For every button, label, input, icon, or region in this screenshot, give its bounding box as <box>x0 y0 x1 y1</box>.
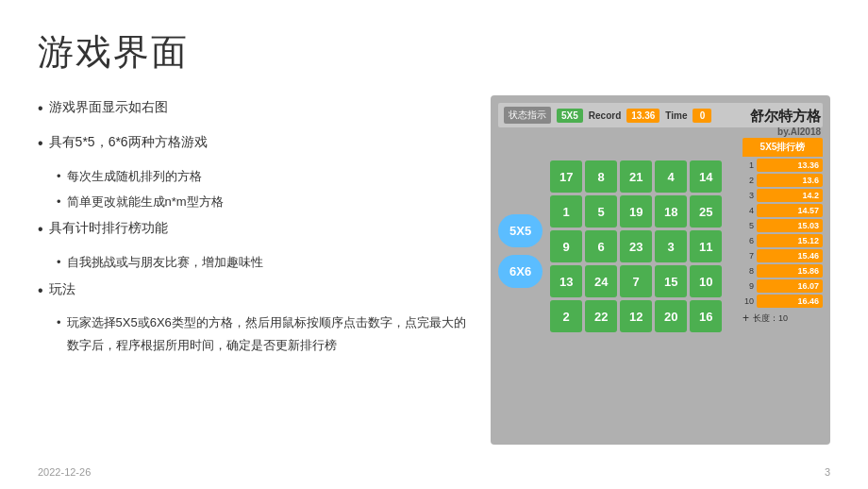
bullet-3: • 具有计时排行榜功能 <box>38 216 472 244</box>
lb-value-7: 15.86 <box>757 264 823 278</box>
grid-cell-0-1[interactable]: 8 <box>585 160 617 193</box>
lb-rank-0: 1 <box>743 160 754 170</box>
sub-bullets-2: • 每次生成随机排列的方格 • 简单更改就能生成n*m型方格 <box>57 165 472 213</box>
grid-cell-1-4[interactable]: 25 <box>690 195 722 228</box>
grid-cell-1-2[interactable]: 19 <box>620 195 652 228</box>
lb-value-6: 15.46 <box>757 249 823 262</box>
grid-cell-3-0[interactable]: 13 <box>550 265 582 297</box>
time-label: Time <box>665 110 687 121</box>
status-label: 状态指示 <box>504 107 551 124</box>
lb-value-3: 14.57 <box>757 204 823 217</box>
slide-title: 游戏界面 <box>38 28 830 76</box>
lb-rank-2: 3 <box>743 191 754 200</box>
bullet-dot-2: • <box>38 130 43 158</box>
grid-cell-1-0[interactable]: 1 <box>550 195 582 228</box>
sub-dot-2-1: • <box>57 165 61 187</box>
grid-cell-4-0[interactable]: 2 <box>550 300 582 332</box>
lb-rank-8: 9 <box>743 281 754 291</box>
sub-bullet-3-1: • 自我挑战或与朋友比赛，增加趣味性 <box>57 251 472 273</box>
grid-row-1: 15191825 <box>550 195 722 228</box>
plus-icon: + <box>743 312 749 325</box>
slide-footer: 2022-12-26 3 <box>38 466 830 478</box>
game-subtitle: by.AI2018 <box>750 126 821 138</box>
lb-value-0: 13.36 <box>757 159 823 172</box>
grid-cell-2-0[interactable]: 9 <box>550 230 582 262</box>
game-panel: 状态指示 5X5 Record 13.36 Time 0 舒尔特方格 by.AI… <box>491 95 830 445</box>
footer-page: 3 <box>825 466 830 478</box>
bullet-dot-4: • <box>38 278 43 305</box>
lb-row-0: 113.36 <box>743 159 823 172</box>
grid-cell-0-0[interactable]: 17 <box>550 160 582 193</box>
bullet-dot-1: • <box>38 95 43 123</box>
grid-cell-3-3[interactable]: 15 <box>655 265 687 297</box>
grid-cell-2-1[interactable]: 6 <box>585 230 617 262</box>
mode-6x6-button[interactable]: 6X6 <box>498 255 542 288</box>
lb-rank-1: 2 <box>743 176 754 185</box>
mode-buttons: 5X5 6X6 <box>498 160 542 332</box>
lb-value-8: 16.07 <box>757 279 823 293</box>
bullet-2: • 具有5*5，6*6两种方格游戏 <box>38 130 472 158</box>
record-value: 13.36 <box>626 109 659 123</box>
bullet-1: • 游戏界面显示如右图 <box>38 95 472 123</box>
sub-dot-3-1: • <box>57 251 61 273</box>
lb-rank-7: 8 <box>743 266 754 276</box>
sub-text-3-1: 自我挑战或与朋友比赛，增加趣味性 <box>67 251 472 273</box>
grid-cell-3-4[interactable]: 10 <box>690 265 722 297</box>
grid-cell-2-4[interactable]: 11 <box>690 230 722 262</box>
lb-rank-5: 6 <box>743 236 754 245</box>
lb-rank-4: 5 <box>743 221 754 230</box>
sub-text-2-1: 每次生成随机排列的方格 <box>67 165 472 187</box>
sub-text-2-2: 简单更改就能生成n*m型方格 <box>67 191 472 212</box>
grid-cell-0-2[interactable]: 21 <box>620 160 652 193</box>
grid-cell-3-1[interactable]: 24 <box>585 265 617 297</box>
left-content: • 游戏界面显示如右图 • 具有5*5，6*6两种方格游戏 • 每次生成随机排列… <box>38 95 472 470</box>
leaderboard-rows: 113.36213.6314.2414.57515.03615.12715.46… <box>743 159 823 308</box>
lb-value-5: 15.12 <box>757 234 823 247</box>
sub-bullet-2-2: • 简单更改就能生成n*m型方格 <box>57 191 472 212</box>
footer-date: 2022-12-26 <box>38 466 91 478</box>
sub-dot-2-2: • <box>57 191 61 212</box>
size-badge: 5X5 <box>557 109 583 123</box>
grid-cell-2-3[interactable]: 3 <box>655 230 687 262</box>
lb-row-5: 615.12 <box>743 234 823 247</box>
grid-row-4: 222122016 <box>550 300 722 332</box>
grid-cell-4-3[interactable]: 20 <box>655 300 687 332</box>
lb-row-4: 515.03 <box>743 219 823 232</box>
lb-row-8: 916.07 <box>743 279 823 293</box>
lb-value-2: 14.2 <box>757 189 823 202</box>
game-title-block: 舒尔特方格 by.AI2018 <box>750 107 821 138</box>
grid-cell-4-4[interactable]: 16 <box>690 300 722 332</box>
content-area: • 游戏界面显示如右图 • 具有5*5，6*6两种方格游戏 • 每次生成随机排列… <box>38 95 830 470</box>
grid-cell-3-2[interactable]: 7 <box>620 265 652 297</box>
lb-row-9: 1016.46 <box>743 295 823 308</box>
bullet-text-2: 具有5*5，6*6两种方格游戏 <box>49 130 472 154</box>
sub-bullets-3: • 自我挑战或与朋友比赛，增加趣味性 <box>57 251 472 273</box>
grid-cell-1-1[interactable]: 5 <box>585 195 617 228</box>
lb-rank-6: 7 <box>743 251 754 261</box>
bullet-dot-3: • <box>38 216 43 244</box>
bullet-text-4: 玩法 <box>49 278 472 301</box>
lb-row-1: 213.6 <box>743 174 823 187</box>
sub-bullets-4: • 玩家选择5X5或6X6类型的方格，然后用鼠标按顺序点击数字，点完最大的数字后… <box>57 312 472 356</box>
grid-cell-4-2[interactable]: 12 <box>620 300 652 332</box>
lb-value-4: 15.03 <box>757 219 823 232</box>
lb-row-6: 715.46 <box>743 249 823 262</box>
bullet-text-1: 游戏界面显示如右图 <box>49 95 472 119</box>
lb-row-7: 815.86 <box>743 264 823 278</box>
grid-cell-0-4[interactable]: 14 <box>690 160 722 193</box>
grid-cell-0-3[interactable]: 4 <box>655 160 687 193</box>
sub-bullet-2-1: • 每次生成随机排列的方格 <box>57 165 472 187</box>
grid-cell-1-3[interactable]: 18 <box>655 195 687 228</box>
lb-rank-9: 10 <box>743 296 754 306</box>
mode-5x5-button[interactable]: 5X5 <box>498 214 542 247</box>
bullet-text-3: 具有计时排行榜功能 <box>49 216 472 240</box>
sub-bullet-4-1: • 玩家选择5X5或6X6类型的方格，然后用鼠标按顺序点击数字，点完最大的数字后… <box>57 312 472 356</box>
number-grid: 1782141415191825962331113247151022212201… <box>550 160 722 332</box>
grid-cell-2-2[interactable]: 23 <box>620 230 652 262</box>
record-label: Record <box>589 110 621 121</box>
grid-row-3: 132471510 <box>550 265 722 297</box>
grid-cell-4-1[interactable]: 22 <box>585 300 617 332</box>
grid-row-0: 17821414 <box>550 160 722 193</box>
time-value: 0 <box>693 109 711 123</box>
lb-row-3: 414.57 <box>743 204 823 217</box>
